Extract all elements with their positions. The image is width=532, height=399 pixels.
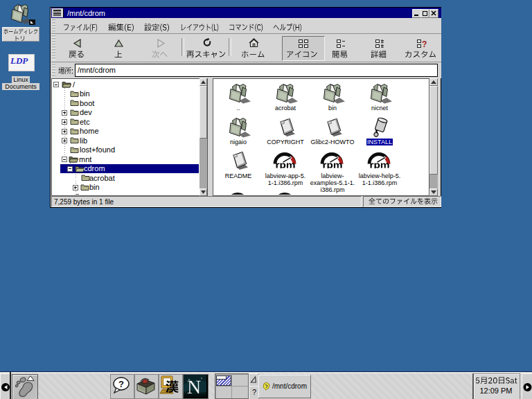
svg-text:?: ?: [422, 39, 427, 48]
svg-text:?: ?: [118, 379, 124, 389]
